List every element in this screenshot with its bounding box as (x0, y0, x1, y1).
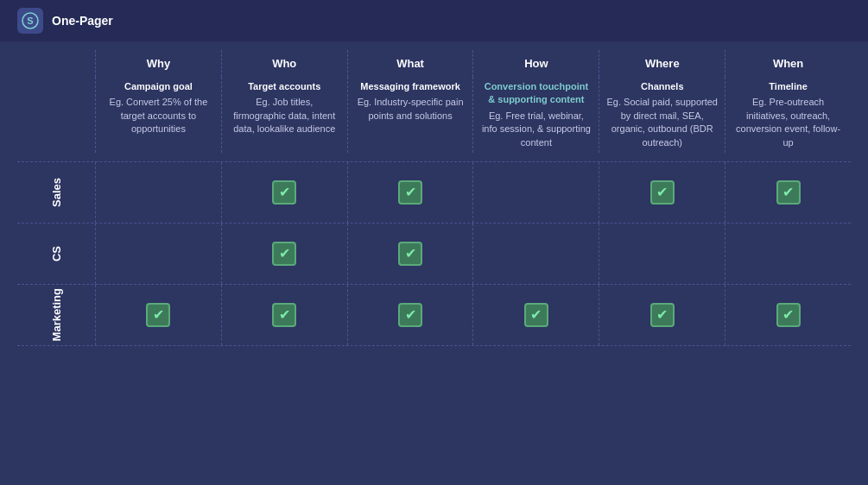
app-title: One-Pager (52, 14, 113, 28)
desc-cell-when: Timeline Eg. Pre-outreach initiatives, o… (725, 77, 851, 153)
check-cell-sales-who: ✔ (221, 162, 347, 223)
row-label-cell-marketing: Marketing (17, 288, 95, 341)
check-icon-marketing-what: ✔ (398, 303, 422, 327)
check-icon-sales-who: ✔ (272, 180, 296, 205)
col-header-when: When (725, 50, 851, 77)
check-cell-marketing-where: ✔ (599, 285, 725, 345)
app-container: S One-Pager Why Who What How Where When … (0, 0, 868, 485)
row-label-cell-sales: Sales (17, 178, 95, 207)
check-icon-marketing-who: ✔ (272, 303, 296, 327)
check-icon-marketing-how: ✔ (524, 303, 548, 327)
check-icon-marketing-why: ✔ (146, 303, 170, 327)
col-header-where: Where (599, 50, 725, 77)
row-label-sales: Sales (50, 178, 63, 207)
logo-icon: S (17, 8, 43, 34)
table-row-cs: CS ✔ ✔ ✔ ✔ ✔ (17, 224, 851, 285)
check-cell-cs-who: ✔ (221, 224, 347, 284)
col-header-why: Why (95, 50, 221, 77)
check-cell-sales-where: ✔ (599, 162, 725, 223)
check-cell-marketing-why: ✔ (95, 285, 221, 345)
table-row-sales: Sales ✔ ✔ ✔ ✔ ✔ (17, 162, 851, 224)
col-header-how: How (472, 50, 599, 77)
row-label-marketing: Marketing (50, 288, 63, 341)
desc-cell-who: Target accounts Eg. Job titles, firmogra… (221, 77, 347, 153)
desc-title-who: Target accounts (229, 80, 340, 93)
check-cell-sales-how: ✔ (472, 162, 599, 223)
check-icon-sales-what: ✔ (398, 180, 422, 205)
check-cell-marketing-who: ✔ (221, 285, 347, 345)
check-icon-sales-where: ✔ (650, 180, 675, 205)
desc-cell-what: Messaging framework Eg. Industry-specifi… (347, 77, 473, 153)
desc-cell-where: Channels Eg. Social paid, supported by d… (599, 77, 725, 153)
main-content: Why Who What How Where When Campaign goa… (0, 41, 868, 355)
check-cell-sales-why: ✔ (95, 162, 221, 223)
check-cell-cs-when: ✔ (725, 224, 851, 284)
check-cell-marketing-how: ✔ (472, 285, 599, 345)
table-wrapper: Why Who What How Where When Campaign goa… (17, 50, 851, 346)
row-label-cs: CS (50, 246, 63, 261)
col-header-who: Who (221, 50, 347, 77)
check-icon-cs-who: ✔ (272, 242, 296, 266)
desc-title-what: Messaging framework (355, 80, 466, 93)
check-cell-cs-what: ✔ (347, 224, 473, 284)
check-cell-cs-why: ✔ (95, 224, 221, 284)
data-rows: Sales ✔ ✔ ✔ ✔ ✔ (17, 162, 851, 346)
check-icon-marketing-when: ✔ (776, 303, 801, 327)
desc-text-why: Eg. Convert 25% of the target accounts t… (110, 97, 208, 134)
header: S One-Pager (0, 0, 868, 41)
desc-title-where: Channels (606, 80, 718, 93)
svg-text:S: S (27, 16, 33, 26)
desc-cell-how: Conversion touchpoint & supporting conte… (472, 77, 599, 153)
table-row-marketing: Marketing ✔ ✔ ✔ ✔ ✔ (17, 285, 851, 346)
col-header-what: What (347, 50, 473, 77)
check-cell-marketing-what: ✔ (347, 285, 473, 345)
desc-row-empty (17, 77, 95, 153)
desc-title-when: Timeline (732, 80, 844, 93)
desc-text-what: Eg. Industry-specific pain points and so… (358, 97, 464, 120)
desc-text-when: Eg. Pre-outreach initiatives, outreach, … (736, 97, 840, 147)
col-headers: Why Who What How Where When (17, 50, 851, 77)
check-icon-marketing-where: ✔ (650, 303, 675, 327)
desc-text-who: Eg. Job titles, firmographic data, inten… (233, 97, 335, 134)
desc-text-where: Eg. Social paid, supported by direct mai… (607, 97, 718, 147)
check-cell-cs-how: ✔ (472, 224, 599, 284)
col-header-empty (17, 50, 95, 77)
check-cell-sales-when: ✔ (725, 162, 851, 223)
check-cell-sales-what: ✔ (347, 162, 473, 223)
check-icon-cs-what: ✔ (398, 242, 422, 266)
desc-cell-why: Campaign goal Eg. Convert 25% of the tar… (95, 77, 221, 153)
desc-title-why: Campaign goal (103, 80, 214, 93)
check-cell-cs-where: ✔ (599, 224, 725, 284)
desc-text-how: Eg. Free trial, webinar, info session, &… (482, 110, 591, 148)
desc-title-how: Conversion touchpoint & supporting conte… (480, 80, 592, 107)
check-cell-marketing-when: ✔ (725, 285, 851, 345)
desc-row: Campaign goal Eg. Convert 25% of the tar… (17, 77, 851, 162)
check-icon-sales-when: ✔ (776, 180, 801, 205)
row-label-cell-cs: CS (17, 246, 95, 261)
